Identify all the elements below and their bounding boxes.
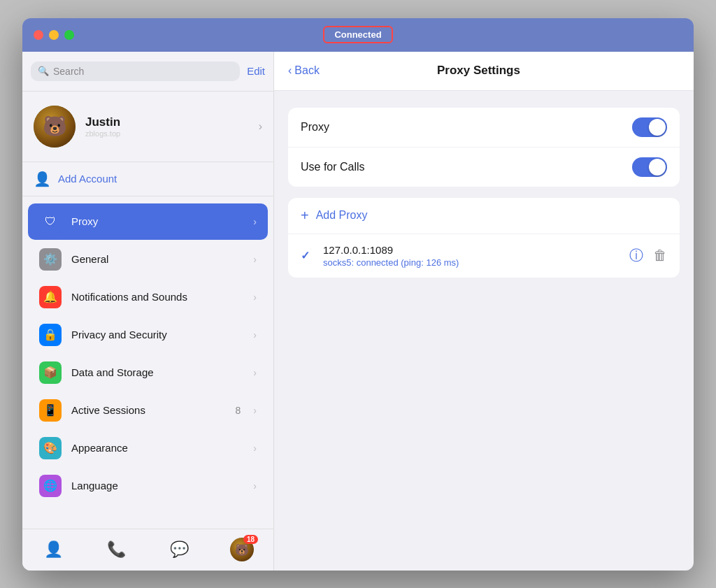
language-icon: 🌐 [39, 475, 62, 497]
maximize-button[interactable] [64, 30, 74, 40]
sessions-badge: 8 [236, 405, 241, 416]
bottom-avatar: 🐻 18 [230, 538, 254, 561]
app-window: Connected 🔍 Search Edit 🐻 Justin zblogs.… [22, 18, 694, 571]
back-label: Back [294, 64, 320, 77]
calls-toggle-row: Use for Calls [288, 148, 680, 187]
calls-icon: 📞 [107, 540, 126, 559]
notifications-nav-label: Notifications and Sounds [71, 291, 243, 303]
proxy-toggle-row: Proxy [288, 108, 680, 148]
sidebar-item-language[interactable]: 🌐 Language › [28, 468, 268, 504]
sessions-icon: 📱 [39, 399, 62, 422]
appearance-icon: 🎨 [39, 437, 62, 459]
data-nav-label: Data and Storage [71, 366, 243, 378]
proxy-toggle[interactable] [632, 117, 667, 137]
calls-tab[interactable]: 📞 [104, 537, 129, 562]
proxy-icon: 🛡 [39, 210, 62, 233]
proxy-address: 127.0.0.1:1089 [323, 244, 621, 256]
general-chevron-icon: › [253, 254, 257, 265]
page-title: Proxy Settings [320, 64, 638, 78]
proxy-check-icon: ✓ [301, 249, 315, 262]
chats-icon: 💬 [170, 540, 189, 559]
edit-button[interactable]: Edit [247, 65, 265, 77]
proxy-actions: ⓘ 🗑 [629, 246, 667, 265]
avatar: 🐻 [34, 106, 76, 148]
privacy-icon: 🔒 [39, 324, 62, 346]
contacts-icon: 👤 [44, 540, 63, 559]
sessions-chevron-icon: › [253, 405, 257, 416]
privacy-chevron-icon: › [253, 329, 257, 340]
privacy-nav-label: Privacy and Security [71, 329, 243, 340]
add-account-row[interactable]: 👤 Add Account [22, 162, 273, 196]
back-chevron-icon: ‹ [288, 64, 292, 77]
proxy-chevron-icon: › [253, 216, 257, 227]
titlebar: Connected [22, 18, 694, 52]
sidebar-item-notifications[interactable]: 🔔 Notifications and Sounds › [28, 279, 268, 315]
profile-tab[interactable]: 🐻 18 [229, 537, 255, 562]
sidebar-item-data[interactable]: 📦 Data and Storage › [28, 354, 268, 391]
proxy-nav-label: Proxy [71, 215, 243, 227]
profile-name: Justin [85, 115, 120, 129]
search-input-placeholder: Search [53, 66, 84, 77]
connected-badge: Connected [323, 26, 392, 43]
add-proxy-plus-icon: + [301, 208, 309, 224]
profile-name-text: Justin zblogs.top [85, 115, 120, 138]
sidebar-item-appearance[interactable]: 🎨 Appearance › [28, 430, 268, 466]
search-box[interactable]: 🔍 Search [31, 62, 240, 81]
add-account-label: Add Account [58, 173, 117, 185]
sidebar: 🔍 Search Edit 🐻 Justin zblogs.top › 👤 [22, 52, 274, 571]
language-nav-label: Language [71, 480, 243, 492]
proxy-toggle-label: Proxy [301, 121, 632, 134]
appearance-chevron-icon: › [253, 443, 257, 454]
proxy-item: ✓ 127.0.0.1:1089 socks5: connected (ping… [288, 234, 680, 278]
profile-section[interactable]: 🐻 Justin zblogs.top › [22, 92, 273, 162]
sidebar-item-privacy[interactable]: 🔒 Privacy and Security › [28, 317, 268, 353]
sidebar-nav: 🛡 Proxy › ⚙️ General › 🔔 Notifications a… [22, 196, 273, 529]
data-icon: 📦 [39, 361, 62, 384]
proxy-host: 127.0.0.1 [323, 244, 367, 256]
add-account-icon: 👤 [34, 171, 51, 187]
sidebar-item-proxy[interactable]: 🛡 Proxy › [28, 203, 268, 240]
sessions-nav-label: Active Sessions [71, 404, 226, 416]
notifications-icon: 🔔 [39, 286, 62, 308]
proxy-status: socks5: connected (ping: 126 ms) [323, 257, 621, 268]
sidebar-top: 🔍 Search Edit [22, 52, 273, 92]
minimize-button[interactable] [49, 30, 59, 40]
traffic-lights [34, 30, 74, 40]
notification-badge: 18 [243, 535, 258, 544]
back-button[interactable]: ‹ Back [288, 64, 320, 77]
contacts-tab[interactable]: 👤 [41, 537, 66, 562]
general-icon: ⚙️ [39, 248, 62, 271]
sidebar-item-sessions[interactable]: 📱 Active Sessions 8 › [28, 392, 268, 429]
add-proxy-label: Add Proxy [316, 209, 368, 222]
calls-toggle-label: Use for Calls [301, 161, 632, 173]
watermark: zblogs.top [85, 129, 120, 138]
proxy-toggles-card: Proxy Use for Calls [288, 108, 680, 187]
proxy-port: :1089 [367, 244, 394, 256]
appearance-nav-label: Appearance [71, 442, 243, 454]
data-chevron-icon: › [253, 367, 257, 378]
main-header: ‹ Back Proxy Settings [274, 52, 694, 91]
proxy-info: 127.0.0.1:1089 socks5: connected (ping: … [323, 244, 621, 268]
close-button[interactable] [34, 30, 43, 40]
main-content: ‹ Back Proxy Settings Proxy Use for Call… [274, 52, 694, 571]
profile-chevron-icon: › [259, 120, 262, 133]
calls-toggle[interactable] [632, 157, 667, 177]
sidebar-bottom-tabs: 👤 📞 💬 🐻 18 [22, 529, 273, 571]
chats-tab[interactable]: 💬 [166, 537, 192, 562]
main-body: Proxy Use for Calls + Add Proxy [274, 91, 694, 571]
content-area: 🔍 Search Edit 🐻 Justin zblogs.top › 👤 [22, 52, 694, 571]
language-chevron-icon: › [253, 480, 257, 492]
proxy-list-card: + Add Proxy ✓ 127.0.0.1:1089 socks5: con… [288, 198, 680, 278]
avatar-image: 🐻 [34, 106, 76, 148]
general-nav-label: General [71, 253, 243, 265]
notifications-chevron-icon: › [253, 292, 257, 303]
proxy-info-button[interactable]: ⓘ [629, 246, 643, 265]
proxy-delete-button[interactable]: 🗑 [653, 248, 667, 264]
add-proxy-row[interactable]: + Add Proxy [288, 198, 680, 234]
search-icon: 🔍 [38, 66, 49, 76]
sidebar-item-general[interactable]: ⚙️ General › [28, 241, 268, 278]
